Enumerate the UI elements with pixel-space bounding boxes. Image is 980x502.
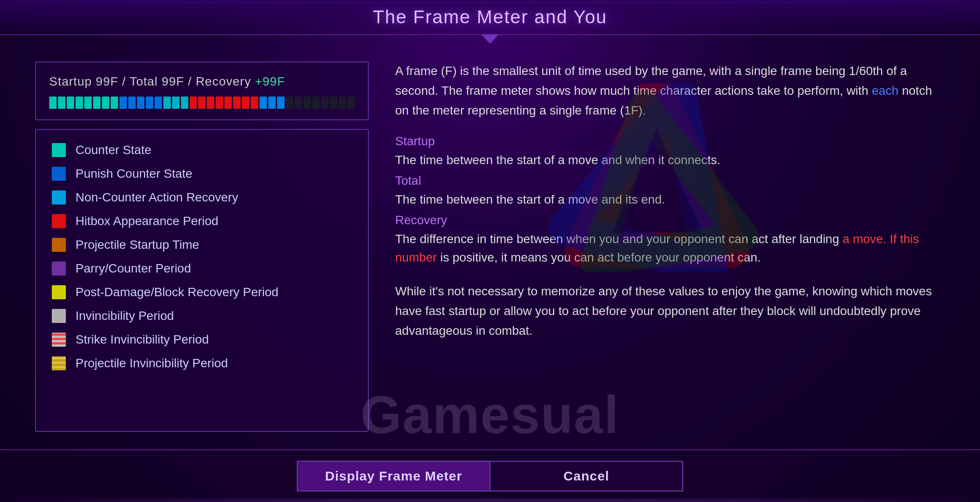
hitbox-swatch bbox=[52, 214, 66, 228]
invincibility-swatch bbox=[52, 309, 66, 323]
legend-strike-invincibility: Strike Invincibility Period bbox=[52, 333, 352, 347]
frame-seg-24 bbox=[251, 97, 258, 109]
frame-seg-10 bbox=[128, 97, 136, 109]
legend-projectile-invincibility: Projectile Invincibility Period bbox=[52, 356, 352, 370]
frame-seg-14 bbox=[163, 97, 171, 109]
cancel-button[interactable]: Cancel bbox=[490, 461, 683, 491]
frame-seg-1 bbox=[49, 97, 57, 109]
frame-seg-16 bbox=[181, 97, 188, 109]
title-area: The Frame Meter and You bbox=[0, 0, 980, 35]
left-panel: Startup 99F / Total 99F / Recovery +99F bbox=[35, 61, 369, 432]
non-counter-swatch bbox=[52, 190, 66, 204]
frame-seg-30 bbox=[303, 97, 311, 109]
frame-seg-11 bbox=[137, 97, 144, 109]
post-damage-swatch bbox=[52, 285, 66, 299]
legend-non-counter: Non-Counter Action Recovery bbox=[52, 190, 352, 204]
legend-invincibility: Invincibility Period bbox=[52, 309, 352, 323]
frame-seg-31 bbox=[312, 97, 320, 109]
frame-seg-6 bbox=[93, 97, 101, 109]
legend-post-damage: Post-Damage/Block Recovery Period bbox=[52, 285, 352, 299]
triangle-watermark bbox=[547, 83, 767, 272]
frame-seg-32 bbox=[321, 97, 328, 109]
legend-punish-counter: Punish Counter State bbox=[52, 167, 352, 181]
frame-seg-34 bbox=[339, 97, 346, 109]
legend-counter-state: Counter State bbox=[52, 143, 352, 157]
button-area: Display Frame Meter Cancel bbox=[0, 449, 980, 502]
projectile-startup-label: Projectile Startup Time bbox=[76, 238, 199, 252]
non-counter-label: Non-Counter Action Recovery bbox=[76, 190, 238, 204]
frame-seg-7 bbox=[102, 97, 109, 109]
counter-state-swatch bbox=[52, 143, 66, 157]
legend-box: Counter State Punish Counter State Non-C… bbox=[35, 129, 369, 432]
parry-label: Parry/Counter Period bbox=[76, 262, 191, 276]
frame-seg-20 bbox=[216, 97, 223, 109]
frame-seg-26 bbox=[268, 97, 276, 109]
frame-seg-2 bbox=[58, 97, 65, 109]
frame-meter-box: Startup 99F / Total 99F / Recovery +99F bbox=[35, 61, 369, 120]
frame-seg-5 bbox=[84, 97, 92, 109]
legend-projectile-startup: Projectile Startup Time bbox=[52, 238, 352, 252]
frame-seg-33 bbox=[330, 97, 337, 109]
frame-seg-9 bbox=[119, 97, 127, 109]
stats-label: Startup 99F / Total 99F / Recovery bbox=[49, 75, 251, 88]
hitbox-label: Hitbox Appearance Period bbox=[76, 214, 218, 228]
legend-parry: Parry/Counter Period bbox=[52, 262, 352, 276]
display-frame-meter-button[interactable]: Display Frame Meter bbox=[297, 461, 490, 491]
invincibility-label: Invincibility Period bbox=[76, 309, 174, 323]
frame-seg-17 bbox=[190, 97, 197, 109]
frame-meter-bar bbox=[49, 97, 355, 109]
frame-seg-12 bbox=[146, 97, 153, 109]
frame-seg-23 bbox=[242, 97, 249, 109]
frame-seg-35 bbox=[347, 97, 355, 109]
intro-highlight: each bbox=[872, 84, 899, 97]
frame-seg-21 bbox=[224, 97, 232, 109]
frame-seg-29 bbox=[295, 97, 302, 109]
frame-seg-25 bbox=[259, 97, 267, 109]
frame-seg-28 bbox=[286, 97, 293, 109]
page-title: The Frame Meter and You bbox=[373, 7, 607, 28]
punish-counter-label: Punish Counter State bbox=[76, 167, 192, 181]
gamesual-watermark: Gamesual bbox=[360, 384, 620, 445]
frame-seg-4 bbox=[76, 97, 83, 109]
frame-seg-19 bbox=[207, 97, 214, 109]
frame-seg-22 bbox=[233, 97, 241, 109]
strike-invincibility-swatch bbox=[52, 333, 66, 347]
frame-seg-13 bbox=[155, 97, 162, 109]
frame-stats: Startup 99F / Total 99F / Recovery +99F bbox=[49, 75, 355, 89]
counter-state-label: Counter State bbox=[76, 143, 151, 157]
frame-seg-8 bbox=[111, 97, 118, 109]
right-panel: A frame (F) is the smallest unit of time… bbox=[369, 61, 945, 432]
projectile-invincibility-label: Projectile Invincibility Period bbox=[76, 356, 228, 370]
closing-text: While it's not necessary to memorize any… bbox=[395, 282, 945, 341]
parry-swatch bbox=[52, 262, 66, 276]
projectile-invincibility-swatch bbox=[52, 356, 66, 370]
post-damage-label: Post-Damage/Block Recovery Period bbox=[76, 285, 278, 299]
legend-hitbox: Hitbox Appearance Period bbox=[52, 214, 352, 228]
projectile-startup-swatch bbox=[52, 238, 66, 252]
strike-invincibility-label: Strike Invincibility Period bbox=[76, 333, 209, 347]
frame-seg-18 bbox=[198, 97, 205, 109]
frame-seg-3 bbox=[67, 97, 74, 109]
recovery-value: +99F bbox=[255, 75, 285, 88]
frame-seg-15 bbox=[172, 97, 180, 109]
frame-seg-27 bbox=[277, 97, 285, 109]
punish-counter-swatch bbox=[52, 167, 66, 181]
